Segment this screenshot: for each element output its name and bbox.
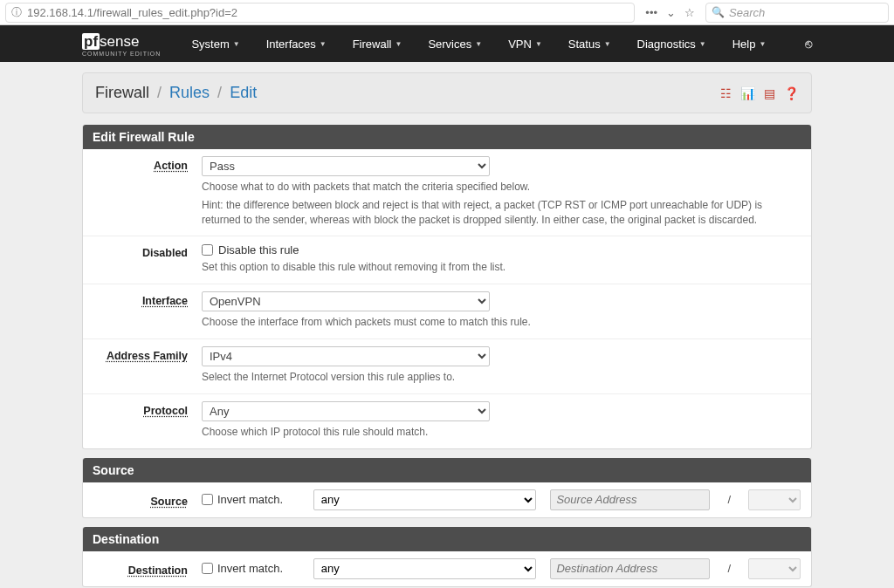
select-source-mask[interactable]	[748, 489, 801, 510]
help-protocol: Choose which IP protocol this rule shoul…	[202, 425, 801, 440]
label-protocol: Protocol	[93, 401, 188, 417]
select-protocol[interactable]: Any	[202, 401, 490, 421]
label-source: Source	[93, 492, 188, 508]
help-disabled: Set this option to disable this rule wit…	[202, 260, 801, 275]
url-field[interactable]: ⓘ 192.168.14.1/firewall_rules_edit.php?i…	[5, 3, 635, 23]
brand-edition: COMMUNITY EDITION	[82, 51, 161, 57]
checkbox-disable-rule[interactable]: Disable this rule	[202, 243, 801, 256]
crumb-edit[interactable]: Edit	[230, 84, 257, 101]
browser-search-field[interactable]: 🔍 Search	[705, 3, 889, 23]
select-action[interactable]: Pass	[202, 156, 490, 176]
nav-diagnostics[interactable]: Diagnostics▼	[624, 27, 719, 61]
panel-title-edit-rule: Edit Firewall Rule	[83, 125, 811, 149]
help-action1: Choose what to do with packets that matc…	[202, 180, 801, 195]
label-action: Action	[93, 156, 188, 172]
caret-down-icon: ▼	[604, 40, 611, 48]
caret-down-icon: ▼	[320, 40, 327, 48]
nav-services[interactable]: Services▼	[415, 27, 495, 61]
help-action2: Hint: the difference between block and r…	[202, 198, 801, 228]
url-text: 192.168.14.1/firewall_rules_edit.php?id=…	[27, 6, 629, 19]
bookmark-star-icon[interactable]: ☆	[684, 6, 695, 19]
nav-interfaces[interactable]: Interfaces▼	[253, 27, 340, 61]
nav-firewall[interactable]: Firewall▼	[340, 27, 416, 61]
page-actions-dots-icon[interactable]: •••	[645, 6, 657, 19]
breadcrumb: Firewall / Rules / Edit	[95, 84, 257, 102]
browser-actions: ••• ⌄ ☆	[640, 6, 700, 19]
panel-title-destination: Destination	[83, 527, 811, 551]
label-interface: Interface	[93, 291, 188, 307]
caret-down-icon: ▼	[699, 40, 706, 48]
source-slash: /	[724, 493, 734, 506]
help-interface: Choose the interface from which packets …	[202, 315, 801, 330]
panel-source: Source Source Invert match. any /	[82, 458, 812, 518]
crumb-firewall: Firewall	[95, 84, 149, 101]
select-interface[interactable]: OpenVPN	[202, 291, 490, 311]
log-icon[interactable]: ▤	[764, 86, 775, 100]
pocket-icon[interactable]: ⌄	[666, 6, 676, 19]
logout-icon[interactable]: ⎋	[805, 37, 812, 51]
select-source-type[interactable]: any	[313, 489, 537, 510]
brand-logo[interactable]: pfsense COMMUNITY EDITION	[82, 31, 161, 57]
select-destination-mask[interactable]	[748, 558, 801, 579]
page-action-icons: ☷ 📊 ▤ ❓	[720, 86, 799, 100]
search-placeholder: Search	[729, 6, 765, 19]
panel-destination: Destination Destination Invert match. an…	[82, 527, 812, 587]
breadcrumb-bar: Firewall / Rules / Edit ☷ 📊 ▤ ❓	[82, 72, 812, 113]
input-destination-address[interactable]	[550, 558, 710, 579]
caret-down-icon: ▼	[475, 40, 482, 48]
nav-help[interactable]: Help▼	[719, 27, 780, 61]
select-destination-type[interactable]: any	[313, 558, 537, 579]
nav-items: System▼ Interfaces▼ Firewall▼ Services▼ …	[178, 27, 779, 61]
checkbox-destination-invert-input[interactable]	[202, 563, 213, 574]
crumb-rules[interactable]: Rules	[169, 84, 210, 101]
label-address-family: Address Family	[93, 346, 188, 362]
browser-address-bar: ⓘ 192.168.14.1/firewall_rules_edit.php?i…	[0, 0, 894, 25]
help-address-family: Select the Internet Protocol version thi…	[202, 370, 801, 385]
caret-down-icon: ▼	[535, 40, 542, 48]
destination-slash: /	[724, 562, 734, 575]
panel-edit-rule: Edit Firewall Rule Action Pass Choose wh…	[82, 125, 812, 449]
help-icon[interactable]: ❓	[784, 86, 799, 100]
chart-icon[interactable]: 📊	[740, 86, 755, 100]
nav-system[interactable]: System▼	[178, 27, 252, 61]
label-destination: Destination	[93, 561, 188, 577]
checkbox-destination-invert[interactable]: Invert match.	[202, 562, 299, 575]
checkbox-source-invert[interactable]: Invert match.	[202, 493, 299, 506]
label-disabled: Disabled	[93, 243, 188, 259]
info-icon: ⓘ	[11, 5, 22, 20]
caret-down-icon: ▼	[395, 40, 402, 48]
checkbox-source-invert-input[interactable]	[202, 494, 213, 505]
panel-title-source: Source	[83, 458, 811, 482]
checkbox-disable-rule-input[interactable]	[202, 244, 213, 256]
select-address-family[interactable]: IPv4	[202, 346, 490, 366]
nav-status[interactable]: Status▼	[555, 27, 624, 61]
top-navbar: pfsense COMMUNITY EDITION System▼ Interf…	[0, 25, 894, 62]
input-source-address[interactable]	[550, 489, 710, 510]
caret-down-icon: ▼	[233, 40, 240, 48]
search-icon: 🔍	[712, 6, 725, 18]
settings-sliders-icon[interactable]: ☷	[720, 86, 732, 100]
caret-down-icon: ▼	[759, 40, 766, 48]
nav-right: ⎋	[805, 37, 812, 51]
nav-vpn[interactable]: VPN▼	[495, 27, 555, 61]
